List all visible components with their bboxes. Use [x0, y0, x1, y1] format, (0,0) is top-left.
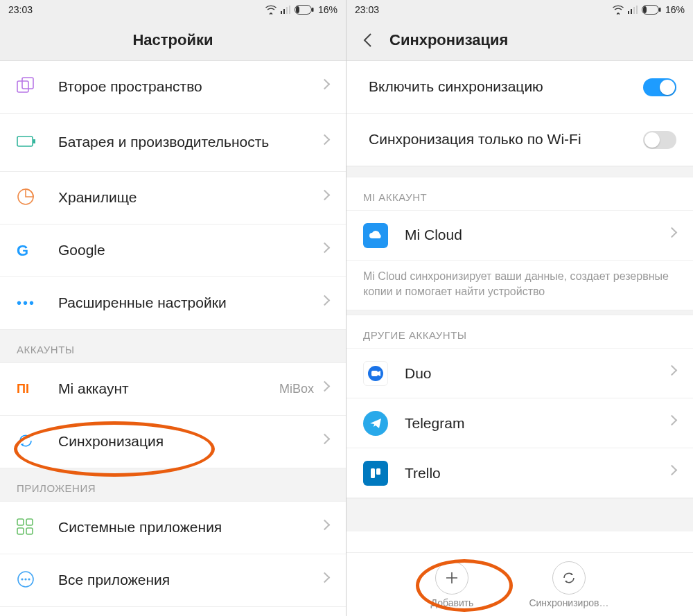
mi-cloud-icon: [363, 223, 388, 248]
row-system-apps[interactable]: Системные приложения: [0, 502, 346, 554]
chevron-right-icon: [668, 229, 676, 243]
label: Второе пространство: [58, 78, 321, 96]
account-value: MiBox: [279, 382, 314, 396]
header: Настройки: [0, 19, 346, 61]
label: Расширенные настройки: [58, 294, 321, 312]
duo-icon: [363, 361, 388, 386]
svg-point-18: [24, 578, 26, 580]
svg-rect-12: [17, 519, 24, 525]
row-mi-cloud[interactable]: Mi Cloud: [346, 211, 693, 261]
chevron-right-icon: [321, 435, 329, 449]
chevron-right-icon: [321, 297, 329, 310]
battery-percent: 16%: [665, 4, 685, 15]
wifi-icon: [613, 5, 624, 15]
svg-rect-10: [33, 139, 35, 143]
chevron-right-icon: [321, 521, 329, 535]
back-button[interactable]: [358, 30, 377, 50]
label: Включить синхронизацию: [369, 78, 643, 96]
svg-rect-26: [659, 8, 661, 12]
label: Google: [58, 241, 321, 259]
row-storage[interactable]: Хранилище: [0, 172, 346, 225]
separator: [346, 310, 693, 315]
svg-rect-7: [17, 81, 28, 92]
settings-list[interactable]: Второе пространство Батарея и производит…: [0, 61, 346, 616]
svg-rect-1: [283, 9, 285, 14]
toggle-enable-sync[interactable]: [643, 78, 676, 96]
sync-now-label: Синхронизиров…: [529, 597, 608, 608]
label: Trello: [405, 464, 668, 482]
clock: 23:03: [8, 4, 33, 15]
svg-rect-14: [17, 528, 24, 534]
svg-rect-23: [636, 6, 638, 14]
signal-icon: [281, 6, 290, 14]
row-duo[interactable]: Duo: [346, 349, 693, 398]
section-other-accounts: ДРУГИЕ АККАУНТЫ: [346, 315, 693, 349]
row-wifi-only[interactable]: Синхронизация только по Wi-Fi: [346, 114, 693, 166]
status-icons: 16%: [613, 4, 685, 15]
svg-rect-9: [17, 137, 33, 146]
separator: [346, 166, 693, 177]
row-enable-sync[interactable]: Включить синхронизацию: [346, 61, 693, 114]
sync-now-button[interactable]: Синхронизиров…: [529, 561, 608, 608]
chevron-right-icon: [668, 367, 676, 380]
settings-screen: 23:03 16% Настройки Второе пространство: [0, 0, 346, 616]
svg-rect-13: [26, 519, 33, 525]
label: Duo: [405, 364, 668, 382]
svg-rect-29: [371, 468, 375, 478]
sync-now-icon: [552, 561, 586, 595]
row-advanced[interactable]: ••• Расширенные настройки: [0, 277, 346, 330]
mi-icon: ΠΙ: [17, 382, 29, 396]
row-mi-account[interactable]: ΠΙ Mi аккаунт MiBox: [0, 363, 346, 416]
svg-rect-15: [26, 528, 33, 534]
chevron-right-icon: [668, 416, 676, 430]
row-sync[interactable]: Синхронизация: [0, 416, 346, 468]
svg-rect-30: [376, 468, 380, 475]
separator: [346, 498, 693, 531]
toggle-wifi-only[interactable]: [643, 131, 676, 149]
page-title: Настройки: [132, 31, 213, 49]
page-title: Синхронизация: [389, 31, 508, 49]
battery-perf-icon: [17, 134, 36, 151]
row-trello[interactable]: Trello: [346, 448, 693, 498]
section-accounts: АККАУНТЫ: [0, 330, 346, 363]
label: Mi аккаунт: [58, 380, 279, 398]
label: Системные приложения: [58, 518, 321, 536]
sync-list: Включить синхронизацию Синхронизация тол…: [346, 61, 693, 552]
svg-rect-6: [312, 8, 314, 12]
signal-icon: [628, 6, 638, 14]
battery-icon: [295, 5, 314, 15]
more-icon: •••: [17, 295, 35, 311]
label: Telegram: [405, 414, 668, 432]
label: Синхронизация: [58, 432, 321, 450]
all-apps-icon: [17, 570, 35, 591]
telegram-icon: [363, 411, 388, 436]
label: Mi Cloud: [405, 226, 668, 244]
system-apps-icon: [17, 518, 33, 538]
sync-icon: [17, 432, 35, 452]
chevron-right-icon: [321, 136, 329, 150]
row-all-apps[interactable]: Все приложения: [0, 554, 346, 607]
chevron-right-icon: [321, 574, 329, 588]
svg-point-19: [28, 578, 30, 580]
row-second-space[interactable]: Второе пространство: [0, 61, 346, 114]
label: Все приложения: [58, 571, 321, 589]
section-apps: ПРИЛОЖЕНИЯ: [0, 468, 346, 502]
svg-rect-8: [22, 78, 33, 89]
chevron-right-icon: [321, 80, 329, 94]
row-google[interactable]: G Google: [0, 225, 346, 277]
svg-rect-21: [631, 9, 632, 14]
svg-point-17: [21, 578, 23, 580]
svg-rect-2: [286, 7, 288, 14]
chevron-right-icon: [668, 466, 676, 480]
clock: 23:03: [355, 4, 379, 15]
row-battery-perf[interactable]: Батарея и производительность: [0, 114, 346, 172]
svg-rect-25: [643, 6, 647, 13]
google-icon: G: [17, 242, 28, 260]
sync-screen: 23:03 16% Синхронизация Включить синхрон…: [346, 0, 693, 616]
add-account-button[interactable]: Добавить: [431, 561, 474, 608]
battery-icon: [642, 5, 661, 15]
status-icons: 16%: [265, 4, 337, 15]
row-telegram[interactable]: Telegram: [346, 398, 693, 448]
status-bar: 23:03 16%: [0, 0, 346, 19]
chevron-right-icon: [321, 244, 329, 258]
